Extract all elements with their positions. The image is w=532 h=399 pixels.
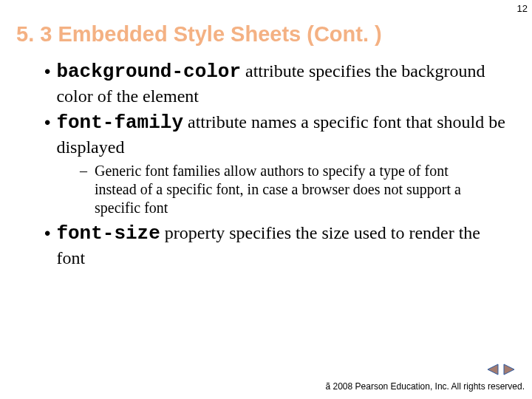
bullet-item: • font-family attribute names a specific… — [44, 111, 510, 159]
page-number: 12 — [517, 3, 528, 14]
code-term: font-family — [56, 112, 183, 134]
bullet-text: background-color attribute specifies the… — [56, 60, 510, 108]
nav-arrows — [486, 364, 516, 375]
sub-list: – Generic font families allow authors to… — [80, 162, 488, 217]
bullet-text: font-family attribute names a specific f… — [56, 111, 510, 159]
bullet-item: • background-color attribute specifies t… — [44, 60, 510, 108]
svg-marker-1 — [504, 364, 514, 375]
bullet-marker: • — [44, 60, 50, 108]
copyright-text: 2008 Pearson Education, Inc. All rights … — [330, 381, 525, 392]
svg-marker-0 — [488, 364, 498, 375]
sub-bullet-marker: – — [80, 162, 87, 217]
code-term: font-size — [56, 222, 160, 245]
next-icon[interactable] — [502, 364, 516, 375]
sub-bullet-item: – Generic font families allow authors to… — [80, 162, 488, 217]
sub-bullet-text: Generic font families allow authors to s… — [95, 162, 488, 217]
bullet-text: font-size property specifies the size us… — [56, 222, 510, 270]
copyright-footer: ã 2008 Pearson Education, Inc. All right… — [325, 381, 525, 393]
slide-content: • background-color attribute specifies t… — [44, 60, 510, 270]
slide-title: 5. 3 Embedded Style Sheets (Cont. ) — [16, 22, 532, 47]
code-term: background-color — [56, 61, 241, 83]
prev-icon[interactable] — [486, 364, 499, 375]
bullet-item: • font-size property specifies the size … — [44, 222, 510, 270]
bullet-marker: • — [44, 111, 50, 159]
bullet-marker: • — [44, 222, 50, 270]
